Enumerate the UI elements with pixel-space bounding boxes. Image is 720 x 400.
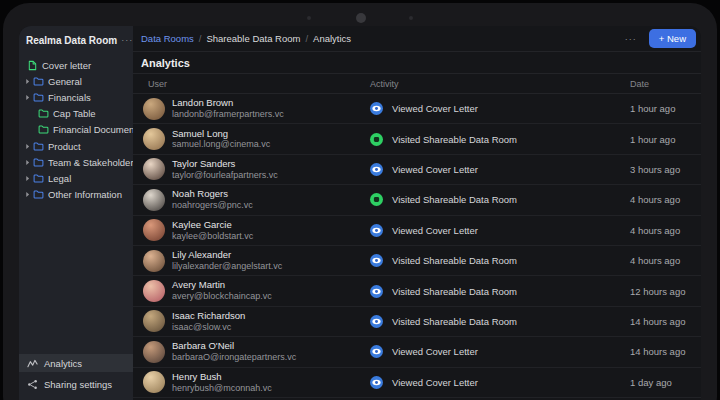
avatar	[143, 128, 165, 150]
date-cell: 1 day ago	[630, 377, 701, 388]
table-row: Barbara O'NeilbarbaraO@irongatepartners.…	[133, 337, 701, 367]
user-name: Isaac Richardson	[172, 310, 245, 322]
eye-icon	[370, 376, 383, 389]
user-name: Avery Martin	[172, 279, 272, 291]
table-row: Noah Rogersnoahrogers@pnc.vcVisited Shar…	[133, 185, 701, 215]
chevron-right-icon[interactable]	[24, 159, 33, 166]
sidebar-item-other-information[interactable]: Other Information	[19, 187, 133, 203]
user-cell: Barbara O'NeilbarbaraO@irongatepartners.…	[133, 340, 370, 363]
user-cell: Landon Brownlandonb@framerpartners.vc	[133, 97, 370, 120]
sidebar-item-label: Product	[48, 141, 81, 152]
avatar	[143, 371, 165, 393]
user-email: noahrogers@pnc.vc	[172, 200, 253, 211]
user-identity: Henry Bushhenrybush@mconnah.vc	[172, 371, 272, 394]
user-identity: Isaac Richardsonisaac@slow.vc	[172, 310, 245, 333]
sidebar-item-label: Other Information	[48, 189, 122, 200]
eye-icon	[370, 224, 383, 237]
avatar	[143, 158, 165, 180]
topbar: Data Rooms/Shareable Data Room/Analytics…	[133, 26, 701, 52]
chevron-right-icon[interactable]	[24, 175, 33, 182]
sidebar-item-product[interactable]: Product	[19, 138, 133, 154]
sidebar-item-team-stakeholders[interactable]: Team & Stakeholders	[19, 154, 133, 170]
folder-icon	[33, 173, 44, 184]
eye-icon	[370, 254, 383, 267]
user-identity: Barbara O'NeilbarbaraO@irongatepartners.…	[172, 340, 296, 363]
breadcrumb-analytics: Analytics	[313, 33, 351, 44]
user-email: henrybush@mconnah.vc	[172, 383, 272, 394]
sidebar-item-cover-letter[interactable]: Cover letter	[19, 57, 133, 73]
activity-label: Visited Shareable Data Room	[392, 255, 517, 266]
chevron-right-icon[interactable]	[24, 191, 33, 198]
column-header-activity: Activity	[370, 79, 630, 89]
sidebar-item-label: Sharing settings	[44, 379, 112, 390]
sidebar-more-icon[interactable]: ···	[121, 35, 133, 45]
activity-label: Visited Shareable Data Room	[392, 316, 517, 327]
user-name: Kaylee Garcie	[172, 219, 253, 231]
breadcrumb-shareable-data-room: Shareable Data Room	[206, 33, 300, 44]
user-email: lilyalexander@angelstart.vc	[172, 261, 282, 272]
sidebar-item-sharing-settings[interactable]: Sharing settings	[19, 375, 133, 393]
table-row: Samuel Longsamuel.long@cinema.vcVisited …	[133, 124, 701, 154]
chevron-right-icon[interactable]	[24, 78, 33, 85]
avatar	[143, 280, 165, 302]
title-bar: Analytics	[133, 52, 701, 74]
topbar-more-icon[interactable]: ···	[625, 34, 637, 44]
enter-icon	[370, 193, 383, 206]
bezel-dot-left	[307, 16, 311, 20]
avatar	[143, 310, 165, 332]
new-button[interactable]: + New	[649, 29, 696, 48]
sidebar-item-cap-table[interactable]: Cap Table	[19, 106, 133, 122]
user-cell: Henry Bushhenrybush@mconnah.vc	[133, 371, 370, 394]
user-name: Samuel Long	[172, 128, 270, 140]
user-email: avery@blockchaincap.vc	[172, 291, 272, 302]
sidebar-item-label: Financial Documents	[53, 124, 142, 135]
workspace-title: Realma Data Room	[26, 35, 117, 46]
table-row: Henry Bushhenrybush@mconnah.vcViewed Cov…	[133, 368, 701, 398]
table-row: Avery Martinavery@blockchaincap.vcVisite…	[133, 276, 701, 306]
avatar	[143, 250, 165, 272]
user-cell: Lily Alexanderlilyalexander@angelstart.v…	[133, 249, 370, 272]
date-cell: 4 hours ago	[630, 225, 701, 236]
chevron-right-icon[interactable]	[24, 143, 33, 150]
user-cell: Isaac Richardsonisaac@slow.vc	[133, 310, 370, 333]
user-email: barbaraO@irongatepartners.vc	[172, 352, 296, 363]
date-cell: 4 hours ago	[630, 194, 701, 205]
eye-icon	[370, 285, 383, 298]
folder-icon	[33, 189, 44, 200]
sidebar-item-general[interactable]: General	[19, 73, 133, 89]
folder-icon	[38, 124, 49, 135]
sidebar-item-label: Cover letter	[42, 60, 91, 71]
activity-cell: Viewed Cover Letter	[370, 345, 630, 358]
table-row: Taylor Sanderstaylor@fourleafpartners.vc…	[133, 155, 701, 185]
user-cell: Kaylee Garciekaylee@boldstart.vc	[133, 219, 370, 242]
sidebar-item-financial-documents[interactable]: Financial Documents	[19, 122, 133, 138]
sidebar-item-analytics[interactable]: Analytics	[19, 354, 133, 372]
user-cell: Avery Martinavery@blockchaincap.vc	[133, 279, 370, 302]
sidebar-item-label: Team & Stakeholders	[48, 157, 138, 168]
activity-label: Visited Shareable Data Room	[392, 286, 517, 297]
folder-icon	[33, 141, 44, 152]
user-identity: Landon Brownlandonb@framerpartners.vc	[172, 97, 284, 120]
breadcrumb-data-rooms[interactable]: Data Rooms	[141, 33, 194, 44]
activity-cell: Visited Shareable Data Room	[370, 285, 630, 298]
chevron-right-icon[interactable]	[24, 94, 33, 101]
user-identity: Noah Rogersnoahrogers@pnc.vc	[172, 188, 253, 211]
main-panel: Data Rooms/Shareable Data Room/Analytics…	[133, 26, 701, 400]
user-email: landonb@framerpartners.vc	[172, 109, 284, 120]
activity-cell: Viewed Cover Letter	[370, 376, 630, 389]
user-email: isaac@slow.vc	[172, 322, 245, 333]
folder-icon	[33, 157, 44, 168]
column-header-date: Date	[630, 79, 701, 89]
eye-icon	[370, 102, 383, 115]
sidebar-item-legal[interactable]: Legal	[19, 170, 133, 186]
sidebar: Realma Data Room ··· + Cover letterGener…	[19, 26, 133, 400]
sidebar-item-financials[interactable]: Financials	[19, 89, 133, 105]
activity-label: Visited Shareable Data Room	[392, 194, 517, 205]
user-name: Noah Rogers	[172, 188, 253, 200]
breadcrumb: Data Rooms/Shareable Data Room/Analytics	[141, 33, 625, 44]
activity-label: Viewed Cover Letter	[392, 377, 478, 388]
sidebar-footer: AnalyticsSharing settings	[19, 354, 133, 400]
activity-cell: Visited Shareable Data Room	[370, 315, 630, 328]
table-row: Kaylee Garciekaylee@boldstart.vcViewed C…	[133, 216, 701, 246]
activity-cell: Visited Shareable Data Room	[370, 254, 630, 267]
